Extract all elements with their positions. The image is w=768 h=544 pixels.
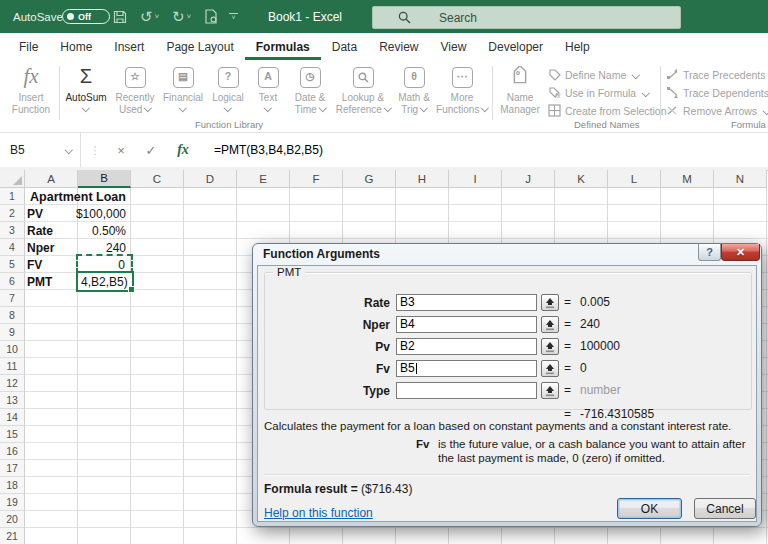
- row-header-8[interactable]: 8: [0, 307, 25, 324]
- column-header-B[interactable]: B: [78, 170, 131, 188]
- row-header-14[interactable]: 14: [0, 409, 25, 426]
- remove-arrows-button[interactable]: Remove Arrows: [666, 102, 768, 119]
- column-header-H[interactable]: H: [396, 170, 449, 188]
- text-button[interactable]: A Text: [250, 64, 286, 110]
- row-header-21[interactable]: 21: [0, 528, 25, 544]
- cell-b2-value[interactable]: $100,000: [78, 205, 130, 222]
- trace-precedents-button[interactable]: Trace Precedents: [666, 66, 765, 83]
- cell-a6-label[interactable]: PMT: [27, 273, 76, 290]
- column-header-F[interactable]: F: [290, 170, 343, 188]
- collapse-dialog-button[interactable]: [541, 316, 559, 333]
- insert-function-button[interactable]: fx Insert Function: [6, 64, 56, 115]
- cell-a4-label[interactable]: Nper: [27, 239, 76, 256]
- cancel-button[interactable]: Cancel: [694, 498, 756, 519]
- row-header-19[interactable]: 19: [0, 494, 25, 511]
- row-header-12[interactable]: 12: [0, 375, 25, 392]
- cell-a1-title[interactable]: Apartment Loan: [25, 188, 131, 205]
- row-header-15[interactable]: 15: [0, 426, 25, 443]
- row-header-13[interactable]: 13: [0, 392, 25, 409]
- fill-handle[interactable]: [128, 286, 135, 293]
- collapse-dialog-button[interactable]: [541, 294, 559, 311]
- select-all-button[interactable]: [0, 170, 25, 188]
- row-header-4[interactable]: 4: [0, 239, 25, 256]
- row-header-7[interactable]: 7: [0, 290, 25, 307]
- cancel-entry-button[interactable]: ×: [108, 133, 134, 167]
- row-header-18[interactable]: 18: [0, 477, 25, 494]
- tab-developer[interactable]: Developer: [477, 33, 554, 60]
- define-name-button[interactable]: Define Name: [548, 66, 639, 83]
- row-header-9[interactable]: 9: [0, 324, 25, 341]
- row-header-10[interactable]: 10: [0, 341, 25, 358]
- row-header-5[interactable]: 5: [0, 256, 25, 273]
- tab-insert[interactable]: Insert: [103, 33, 155, 60]
- type-input[interactable]: [396, 382, 537, 399]
- row-header-6[interactable]: 6: [0, 273, 25, 290]
- nper-input[interactable]: B4: [396, 316, 537, 333]
- undo-button[interactable]: ↺˅: [140, 0, 159, 33]
- row-header-11[interactable]: 11: [0, 358, 25, 375]
- qat-customize-button[interactable]: ˅: [229, 0, 238, 33]
- pv-input[interactable]: B2: [396, 338, 537, 355]
- column-header-C[interactable]: C: [131, 170, 184, 188]
- row-header-20[interactable]: 20: [0, 511, 25, 528]
- edit-cell-b6[interactable]: 4,B2,B5): [76, 271, 134, 292]
- formula-input[interactable]: =PMT(B3,B4,B2,B5): [214, 133, 323, 167]
- column-header-A[interactable]: A: [25, 170, 78, 188]
- row-header-16[interactable]: 16: [0, 443, 25, 460]
- collapse-dialog-button[interactable]: [541, 338, 559, 355]
- column-header-N[interactable]: N: [714, 170, 767, 188]
- tab-data[interactable]: Data: [321, 33, 368, 60]
- autosave-toggle[interactable]: Off: [62, 9, 110, 24]
- redo-button[interactable]: ↻˅: [172, 0, 191, 33]
- cell-a2-label[interactable]: PV: [27, 205, 76, 222]
- row-header-1[interactable]: 1: [0, 188, 25, 205]
- insert-function-fx-button[interactable]: fx: [168, 133, 198, 167]
- financial-button[interactable]: ▤ Financial: [160, 64, 206, 110]
- column-header-K[interactable]: K: [555, 170, 608, 188]
- tab-formulas[interactable]: Formulas: [245, 33, 321, 60]
- name-manager-button[interactable]: Name Manager: [496, 64, 544, 115]
- autosum-button[interactable]: Σ AutoSum: [62, 64, 110, 110]
- cell-b3-value[interactable]: 0.50%: [78, 222, 130, 239]
- tab-page-layout[interactable]: Page Layout: [155, 33, 244, 60]
- lookup-reference-button[interactable]: Lookup & Reference: [334, 64, 392, 115]
- dialog-close-button[interactable]: ✕: [721, 244, 760, 261]
- rate-input[interactable]: B3: [396, 294, 537, 311]
- tab-file[interactable]: File: [8, 33, 49, 60]
- column-header-L[interactable]: L: [608, 170, 661, 188]
- math-trig-button[interactable]: θ Math & Trig: [393, 64, 435, 115]
- tab-help[interactable]: Help: [554, 33, 601, 60]
- tab-review[interactable]: Review: [368, 33, 429, 60]
- dialog-title[interactable]: Function Arguments: [263, 247, 380, 261]
- logical-button[interactable]: ? Logical: [207, 64, 249, 110]
- fv-input[interactable]: B5: [396, 360, 537, 377]
- row-header-17[interactable]: 17: [0, 460, 25, 477]
- column-header-J[interactable]: J: [502, 170, 555, 188]
- column-header-M[interactable]: M: [661, 170, 714, 188]
- ok-button[interactable]: OK: [617, 498, 682, 519]
- column-header-G[interactable]: G: [343, 170, 396, 188]
- save-button[interactable]: [113, 0, 127, 33]
- date-time-button[interactable]: ◷ Date & Time: [287, 64, 333, 115]
- cell-a3-label[interactable]: Rate: [27, 222, 76, 239]
- create-from-selection-button[interactable]: Create from Selection: [548, 102, 667, 119]
- collapse-dialog-button[interactable]: [541, 382, 559, 399]
- dialog-help-button[interactable]: ?: [698, 244, 721, 261]
- use-in-formula-button[interactable]: fx Use in Formula: [548, 84, 649, 101]
- name-box[interactable]: B5: [0, 133, 81, 167]
- recently-used-button[interactable]: ☆ Recently Used: [111, 64, 159, 115]
- help-on-function-link[interactable]: Help on this function: [264, 506, 373, 520]
- column-header-I[interactable]: I: [449, 170, 502, 188]
- row-header-2[interactable]: 2: [0, 205, 25, 222]
- more-functions-button[interactable]: ⋯ More Functions: [436, 64, 488, 115]
- search-input[interactable]: Search: [372, 6, 681, 29]
- collapse-dialog-button[interactable]: [541, 360, 559, 377]
- touch-mode-button[interactable]: [204, 0, 218, 33]
- cell-a5-label[interactable]: FV: [27, 256, 76, 273]
- row-header-3[interactable]: 3: [0, 222, 25, 239]
- tab-home[interactable]: Home: [49, 33, 103, 60]
- trace-dependents-button[interactable]: Trace Dependents: [666, 84, 768, 101]
- tab-view[interactable]: View: [430, 33, 478, 60]
- column-header-D[interactable]: D: [184, 170, 237, 188]
- enter-entry-button[interactable]: ✓: [138, 133, 164, 167]
